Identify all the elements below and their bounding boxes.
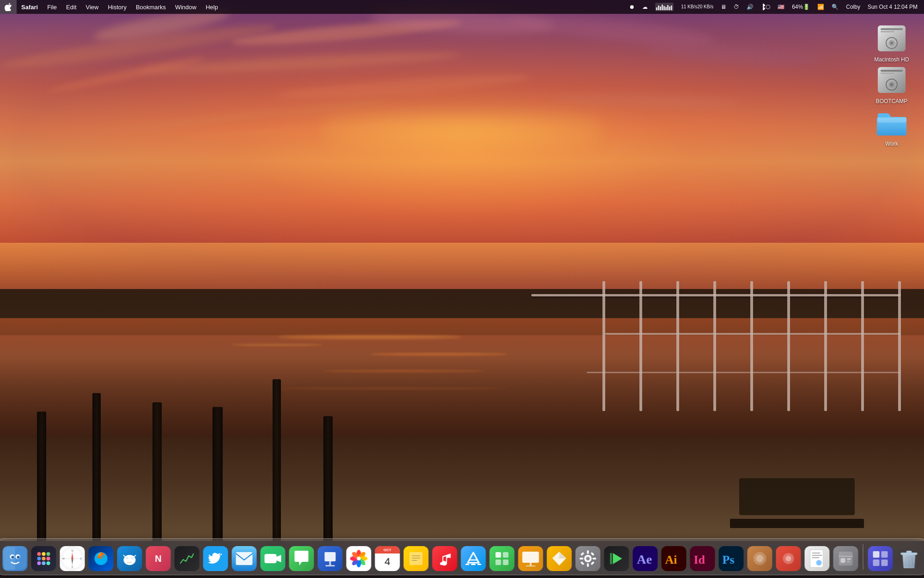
preview-app-icon xyxy=(805,546,830,571)
svg-rect-89 xyxy=(530,563,532,566)
svg-point-39 xyxy=(42,557,46,560)
dock-messages[interactable] xyxy=(288,545,315,572)
macintosh-hd-icon-img xyxy=(875,22,908,55)
dock-indesign[interactable]: Id xyxy=(689,545,716,572)
screen-record-icon[interactable]: ⏺ xyxy=(626,0,638,14)
apple-icon xyxy=(5,3,12,11)
bluetooth-icon[interactable]: ⬡ xyxy=(758,0,773,14)
language-flag[interactable]: 🇺🇸 xyxy=(775,0,787,14)
menubar-bookmarks[interactable]: Bookmarks xyxy=(131,0,170,14)
syspref-app-icon xyxy=(576,546,601,571)
dock-sketch2[interactable] xyxy=(775,545,802,572)
dock-aftereffects[interactable]: Ae xyxy=(632,545,659,572)
messages-bubble xyxy=(293,550,310,567)
battery-graph-icon[interactable] xyxy=(652,0,676,14)
twitter-app-icon xyxy=(203,546,228,571)
dock-mail[interactable] xyxy=(231,545,258,572)
menubar-edit[interactable]: Edit xyxy=(61,0,81,14)
dock-stickies[interactable] xyxy=(403,545,430,572)
dock-prezenter[interactable] xyxy=(517,545,544,572)
dock-illustrator[interactable]: Ai xyxy=(661,545,687,572)
ae-letters: Ae xyxy=(636,552,655,566)
svg-rect-101 xyxy=(590,552,594,556)
svg-marker-104 xyxy=(613,553,622,564)
svg-point-19 xyxy=(891,42,893,44)
svg-text:W: W xyxy=(62,557,65,560)
appstore-a xyxy=(465,550,482,567)
dock-music[interactable] xyxy=(432,545,458,572)
svg-rect-9 xyxy=(671,6,672,10)
dock-couverture[interactable] xyxy=(747,545,773,572)
svg-rect-3 xyxy=(660,6,661,10)
winmgr-icon-svg xyxy=(872,550,889,567)
dock-firefox[interactable] xyxy=(88,545,115,572)
dock-finder2[interactable] xyxy=(833,545,859,572)
dock-navi[interactable]: N xyxy=(145,545,172,572)
dock-keynote[interactable] xyxy=(317,545,344,572)
dock-twitter[interactable] xyxy=(202,545,229,572)
ai-letters: Ai xyxy=(665,552,683,566)
dock-sketch[interactable] xyxy=(546,545,573,572)
dock-tweetbot[interactable] xyxy=(116,545,143,572)
dock-photoshop[interactable]: Ps xyxy=(718,545,745,572)
display-icon[interactable]: 🖥 xyxy=(718,0,729,14)
menubar-window[interactable]: Window xyxy=(170,0,201,14)
wifi-icon[interactable]: 📶 xyxy=(815,0,827,14)
dock-safari[interactable]: N S W E xyxy=(59,545,86,572)
dock-photos[interactable] xyxy=(346,545,372,572)
dock-stocks[interactable] xyxy=(174,545,201,572)
svg-point-95 xyxy=(586,557,590,560)
svg-rect-7 xyxy=(667,5,669,10)
menubar-app-name[interactable]: Safari xyxy=(17,0,43,14)
dock-separator xyxy=(863,544,863,570)
dock-calendar[interactable]: OCT 4 xyxy=(374,545,401,572)
menubar-help[interactable]: Help xyxy=(201,0,223,14)
desktop-icon-bootcamp[interactable]: BOOTCAMP xyxy=(869,60,915,109)
pier-pillar-3 xyxy=(152,402,162,541)
svg-rect-66 xyxy=(326,565,335,566)
dock-trash[interactable] xyxy=(896,545,923,572)
ps-letters: Ps xyxy=(722,552,741,566)
dock-syspref[interactable] xyxy=(575,545,602,572)
finalcut-logo xyxy=(608,549,626,568)
menubar-view[interactable]: View xyxy=(81,0,103,14)
trash-app-icon xyxy=(897,546,922,571)
work-folder-icon xyxy=(876,109,907,136)
svg-point-113 xyxy=(786,556,791,561)
spotlight-icon[interactable]: 🔍 xyxy=(829,0,841,14)
calendar-month-label: OCT xyxy=(383,548,391,552)
menubar-file[interactable]: File xyxy=(43,0,61,14)
datetime: Sun Oct 4 12:04 PM xyxy=(865,0,920,14)
svg-marker-92 xyxy=(559,552,566,558)
svg-rect-6 xyxy=(665,7,667,10)
twitter-bird-icon xyxy=(208,551,224,566)
volume-icon[interactable]: 🔊 xyxy=(744,0,756,14)
username[interactable]: Colby xyxy=(843,0,863,14)
menubar-history[interactable]: History xyxy=(103,0,131,14)
svg-marker-63 xyxy=(277,555,281,562)
dock-preview[interactable] xyxy=(804,545,831,572)
photos-app-icon xyxy=(346,546,371,571)
finalcut-app-icon xyxy=(604,546,629,571)
stocks-app-icon xyxy=(175,546,200,571)
dock-launchpad[interactable] xyxy=(30,545,57,572)
dock-appstore[interactable] xyxy=(460,545,487,572)
svg-rect-64 xyxy=(325,552,336,561)
dock-winmgr[interactable] xyxy=(867,545,894,572)
bootcamp-icon-img xyxy=(875,64,908,96)
apple-menu[interactable] xyxy=(0,0,17,14)
svg-rect-129 xyxy=(906,551,912,553)
svg-marker-105 xyxy=(610,553,612,564)
desktop-icon-work[interactable]: Work xyxy=(869,103,915,152)
navi-app-icon: N xyxy=(146,546,171,571)
dock-numbers[interactable] xyxy=(489,545,516,572)
dock-finalcut[interactable] xyxy=(603,545,630,572)
music-note xyxy=(437,550,453,567)
keynote-app-icon xyxy=(318,546,343,571)
battery-icon[interactable]: 64% 🔋 xyxy=(789,0,813,14)
svg-rect-1 xyxy=(656,7,657,10)
time-machine-icon[interactable]: ⏱ xyxy=(731,0,742,14)
cloud-icon[interactable]: ☁ xyxy=(639,0,650,14)
dock-finder[interactable] xyxy=(2,545,29,572)
dock-facetime[interactable] xyxy=(260,545,286,572)
